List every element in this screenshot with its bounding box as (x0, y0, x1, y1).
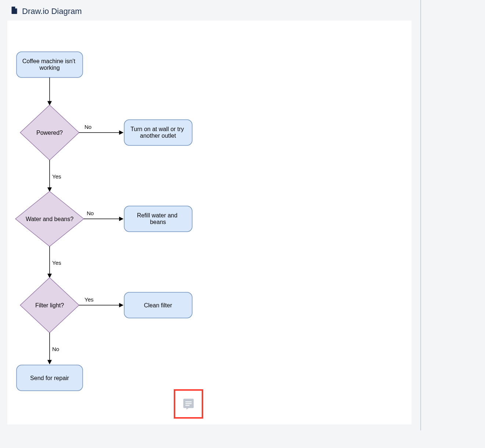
flowchart-canvas: Coffee machine isn't working Powered? No… (11, 28, 408, 417)
action-refill-line1: Refill water and (137, 212, 177, 218)
start-node[interactable]: Coffee machine isn't working (17, 52, 83, 77)
start-text-line1: Coffee machine isn't (22, 58, 76, 64)
decision-water-beans[interactable]: Water and beans? (15, 191, 84, 246)
page-title: Draw.io Diagram (22, 7, 82, 16)
action-clean-filter[interactable]: Clean filter (124, 292, 192, 318)
end-node-label: Send for repair (30, 375, 69, 381)
comment-icon[interactable] (174, 389, 203, 419)
action-refill-line2: beans (150, 219, 166, 225)
right-edge-accent (420, 0, 421, 430)
action-refill[interactable]: Refill water and beans (124, 206, 192, 232)
decision-filter-light[interactable]: Filter light? (20, 278, 79, 333)
decision-filter-light-label: Filter light? (35, 302, 64, 308)
edge-d1-yes-label: Yes (52, 173, 61, 180)
decision-powered[interactable]: Powered? (20, 105, 79, 160)
page-header: Draw.io Diagram (0, 0, 485, 21)
decision-powered-label: Powered? (36, 130, 63, 136)
edge-d3-yes-label: Yes (85, 296, 93, 303)
edge-d3-no-label: No (52, 346, 59, 352)
action-turn-on[interactable]: Turn on at wall or try another outlet (124, 120, 192, 145)
end-node[interactable]: Send for repair (17, 365, 83, 391)
edge-d1-no-label: No (85, 124, 91, 130)
action-clean-filter-label: Clean filter (144, 302, 172, 308)
svg-rect-8 (186, 401, 192, 402)
page-icon (11, 7, 18, 16)
start-text-line2: working (39, 65, 60, 71)
action-turn-on-line2: another outlet (140, 133, 176, 139)
edge-d2-yes-label: Yes (52, 260, 61, 266)
decision-water-beans-label: Water and beans? (26, 216, 73, 222)
svg-rect-10 (186, 405, 190, 406)
svg-rect-9 (186, 403, 192, 404)
diagram-panel: Coffee machine isn't working Powered? No… (7, 21, 412, 424)
edge-d2-no-label: No (87, 210, 94, 216)
action-turn-on-line1: Turn on at wall or try (130, 126, 184, 132)
